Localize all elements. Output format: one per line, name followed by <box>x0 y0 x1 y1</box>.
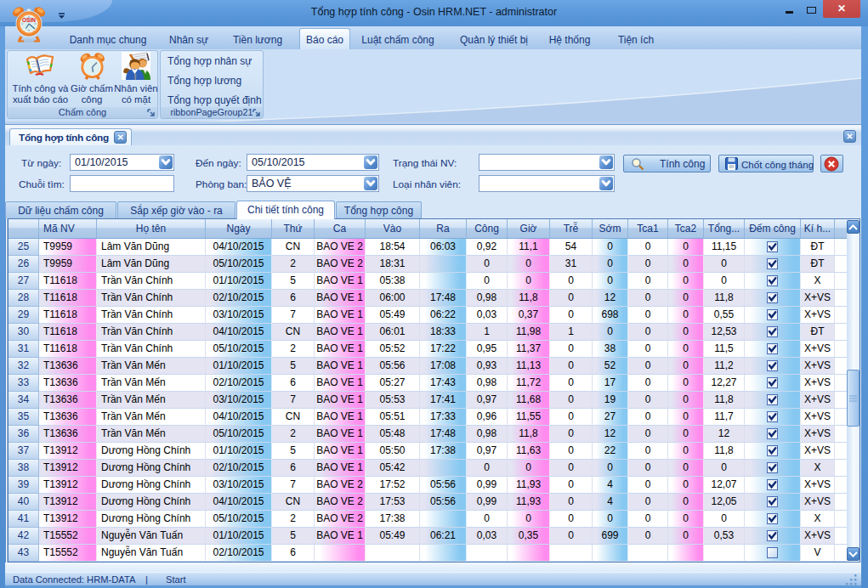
svg-text:OSIN: OSIN <box>22 17 36 23</box>
